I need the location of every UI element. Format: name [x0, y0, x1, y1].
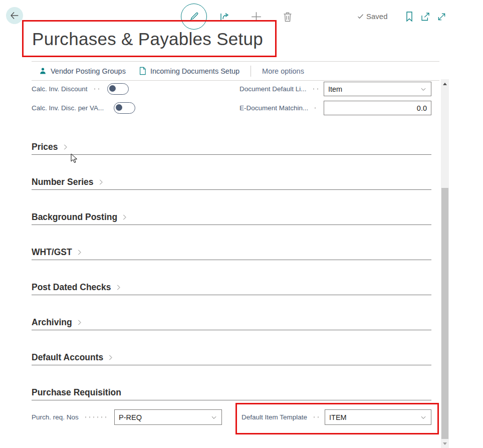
- chevron-right-icon: [76, 319, 83, 326]
- purchases-payables-setup-page: Saved Purchases & Payables Setup Vendor …: [0, 0, 483, 448]
- section-title: Purchase Requisition: [32, 387, 121, 398]
- section-title: Default Accounts: [32, 352, 103, 363]
- section-default-accounts: Default Accounts: [32, 351, 431, 365]
- section-number-series: Number Series: [32, 175, 431, 190]
- menu-item-incoming-documents-setup[interactable]: Incoming Documents Setup: [139, 67, 239, 75]
- calc-inv-disc-per-vat-toggle[interactable]: [114, 102, 135, 114]
- document-icon: [139, 67, 146, 75]
- section-header[interactable]: Archiving: [32, 316, 431, 329]
- share-button[interactable]: [218, 10, 231, 23]
- save-status: Saved: [357, 12, 388, 21]
- back-arrow-icon: [9, 10, 20, 21]
- chevron-down-icon: [420, 86, 427, 93]
- field-default-item-template: Default Item Template ITEM: [242, 409, 431, 425]
- section-title: Background Posting: [32, 212, 117, 222]
- chevron-right-icon: [76, 249, 83, 256]
- section-title: Post Dated Checks: [32, 282, 111, 293]
- save-status-label: Saved: [366, 12, 388, 21]
- section-divider: [32, 154, 431, 155]
- field-label: Calc. Inv. Disc. per VA...: [32, 104, 104, 112]
- input-value: 0.0: [417, 104, 427, 112]
- open-in-window-icon: [420, 12, 431, 22]
- section-wht-gst: WHT/GST: [32, 246, 431, 260]
- combobox-value: Item: [328, 85, 342, 93]
- check-icon: [357, 13, 364, 20]
- field-label: Default Item Template: [242, 413, 307, 421]
- field-label: Calc. Inv. Discount: [32, 85, 88, 93]
- section-post-dated-checks: Post Dated Checks: [32, 281, 431, 295]
- section-header[interactable]: Number Series: [32, 175, 431, 188]
- fullscreen-button[interactable]: [436, 12, 447, 22]
- plus-icon: [250, 11, 263, 23]
- more-options-button[interactable]: More options: [262, 67, 304, 75]
- field-label: E-Document Matchin...: [239, 104, 308, 112]
- dotted-leader: [84, 416, 109, 418]
- chevron-right-icon: [62, 143, 69, 151]
- edocument-matching-input[interactable]: 0.0: [324, 101, 431, 115]
- dotted-leader: [313, 107, 319, 109]
- field-document-default-line-type: Document Default Li... Item: [239, 82, 431, 96]
- purch-req-nos-combobox[interactable]: P-REQ: [114, 409, 222, 425]
- section-background-posting: Background Posting: [32, 210, 431, 225]
- section-header[interactable]: Prices: [32, 140, 431, 153]
- field-purch-req-nos: Purch. req. Nos P-REQ: [32, 409, 222, 425]
- section-title: WHT/GST: [32, 247, 72, 258]
- section-divider: [32, 225, 431, 225]
- expand-icon: [436, 12, 447, 22]
- vertical-scrollbar[interactable]: [441, 79, 449, 448]
- open-in-window-button[interactable]: [420, 12, 431, 22]
- action-menu-bar: Vendor Posting Groups Incoming Documents…: [32, 61, 439, 81]
- bookmark-icon: [404, 11, 414, 22]
- section-title: Prices: [32, 142, 58, 152]
- scroll-down-arrow-icon[interactable]: [443, 442, 447, 445]
- chevron-right-icon: [115, 284, 122, 291]
- page-title: Purchases & Payables Setup: [32, 29, 263, 49]
- default-item-template-combobox[interactable]: ITEM: [325, 409, 431, 425]
- new-button[interactable]: [250, 11, 263, 23]
- scroll-up-arrow-icon[interactable]: [443, 83, 447, 85]
- mouse-cursor: [71, 153, 79, 164]
- dotted-leader: [312, 88, 319, 90]
- section-header[interactable]: Default Accounts: [32, 351, 431, 364]
- field-label: Purch. req. Nos: [32, 413, 79, 421]
- section-divider: [32, 400, 431, 400]
- section-divider: [32, 365, 431, 365]
- bookmark-button[interactable]: [404, 11, 414, 22]
- chevron-right-icon: [107, 354, 114, 361]
- chevron-down-icon: [420, 414, 427, 421]
- chevron-right-icon: [97, 178, 105, 186]
- calc-inv-discount-toggle[interactable]: [107, 83, 129, 95]
- edit-button[interactable]: [181, 4, 207, 30]
- delete-button[interactable]: [281, 10, 294, 23]
- chevron-right-icon: [121, 213, 128, 221]
- section-prices: Prices: [32, 140, 431, 155]
- toggle-knob: [116, 104, 122, 111]
- document-default-line-type-combobox[interactable]: Item: [324, 82, 431, 96]
- edit-pencil-icon: [188, 11, 200, 23]
- menu-item-label: Vendor Posting Groups: [51, 67, 126, 75]
- menu-divider: [251, 66, 251, 77]
- section-divider: [32, 260, 431, 260]
- section-title: Number Series: [32, 177, 94, 187]
- dotted-leader: [312, 416, 320, 418]
- section-header[interactable]: WHT/GST: [32, 246, 431, 259]
- section-purchase-requisition: Purchase Requisition: [32, 386, 431, 400]
- scrollbar-thumb[interactable]: [441, 188, 448, 439]
- menu-item-label: Incoming Documents Setup: [150, 67, 239, 75]
- combobox-value: P-REQ: [119, 413, 142, 421]
- back-button[interactable]: [6, 7, 23, 24]
- field-label: Document Default Li...: [239, 85, 307, 93]
- dotted-leader: [93, 88, 102, 90]
- section-divider: [32, 189, 431, 190]
- menu-item-vendor-posting-groups[interactable]: Vendor Posting Groups: [39, 67, 126, 75]
- section-header[interactable]: Post Dated Checks: [32, 281, 431, 294]
- trash-icon: [282, 11, 294, 23]
- share-icon: [218, 11, 230, 23]
- chevron-down-icon: [210, 414, 217, 421]
- field-calc-inv-discount: Calc. Inv. Discount: [32, 83, 129, 95]
- person-icon: [39, 67, 47, 75]
- combobox-value: ITEM: [329, 413, 347, 421]
- section-header[interactable]: Purchase Requisition: [32, 386, 431, 399]
- section-header[interactable]: Background Posting: [32, 210, 431, 223]
- section-archiving: Archiving: [32, 316, 431, 330]
